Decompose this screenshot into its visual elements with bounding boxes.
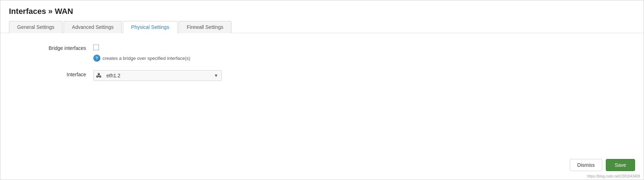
content-area: Bridge interfaces ? creates a bridge ove… [0, 33, 644, 180]
bridge-interfaces-checkbox[interactable] [93, 45, 99, 50]
bridge-interfaces-control: ? creates a bridge over specified interf… [93, 44, 190, 62]
tab-physical[interactable]: Physical Settings [123, 21, 178, 33]
tab-general[interactable]: General Settings [9, 21, 63, 33]
footer-actions: Dismiss Save [570, 159, 635, 171]
dismiss-button[interactable]: Dismiss [570, 159, 602, 171]
page-header: Interfaces » WAN General Settings Advanc… [0, 0, 644, 33]
bridge-help-description: creates a bridge over specified interfac… [103, 56, 190, 61]
interface-select[interactable]: eth1.2 eth0 eth1 eth2 [93, 70, 222, 81]
bridge-checkbox-wrapper [93, 44, 190, 50]
save-button[interactable]: Save [606, 159, 635, 171]
bridge-help-text: ? creates a bridge over specified interf… [93, 55, 190, 62]
tab-firewall[interactable]: Firewall Settings [179, 21, 232, 33]
interface-select-wrapper: 🖧 eth1.2 eth0 eth1 eth2 ▼ [93, 70, 222, 81]
interface-control: 🖧 eth1.2 eth0 eth1 eth2 ▼ [93, 70, 222, 81]
url-hint: https://blog.csdn.net/2301843408 [587, 174, 640, 178]
tab-bar: General Settings Advanced Settings Physi… [9, 21, 635, 33]
interface-row: Interface 🖧 eth1.2 eth0 eth1 eth2 ▼ [15, 70, 629, 81]
page-title: Interfaces » WAN [9, 7, 635, 16]
interface-label: Interface [15, 70, 86, 77]
help-icon: ? [93, 55, 100, 62]
main-window: Interfaces » WAN General Settings Advanc… [0, 0, 644, 180]
bridge-interfaces-row: Bridge interfaces ? creates a bridge ove… [15, 44, 629, 62]
bridge-interfaces-label: Bridge interfaces [15, 44, 86, 51]
tab-advanced[interactable]: Advanced Settings [64, 21, 122, 33]
